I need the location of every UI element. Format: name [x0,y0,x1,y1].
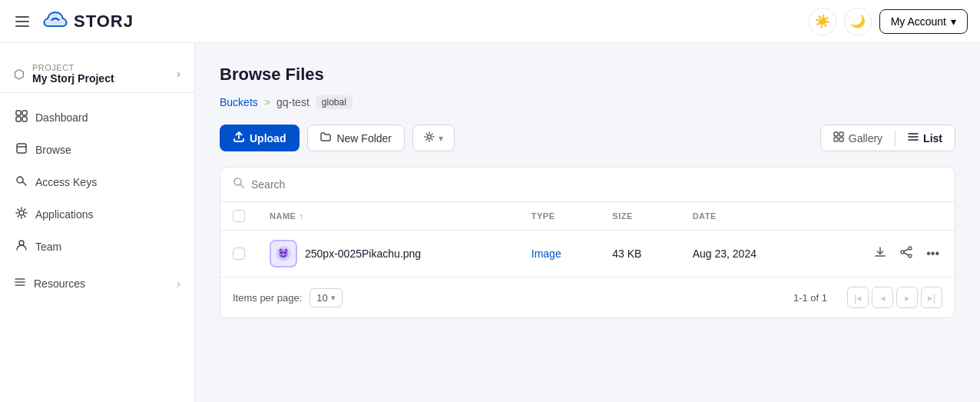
row-checkbox[interactable] [233,248,245,260]
view-toggle-group: Gallery List [820,125,955,151]
upload-button[interactable]: Upload [220,125,300,151]
sidebar-item-browse-label: Browse [35,144,71,156]
first-page-button[interactable]: |◂ [847,287,869,308]
topbar-right: ☀️ 🌙 My Account ▾ [809,8,968,35]
table-header: NAME ↑ TYPE SIZE DATE [220,202,955,231]
last-page-button[interactable]: ▸| [921,287,942,308]
sidebar-item-team-label: Team [35,241,61,253]
per-page-select[interactable]: 10 ▾ [310,288,342,307]
sidebar-item-access-keys-label: Access Keys [35,176,97,188]
svg-rect-12 [839,138,843,141]
row-actions-cell: ••• [812,231,955,277]
theme-light-button[interactable]: ☀️ [809,8,836,35]
new-folder-button[interactable]: New Folder [307,125,405,151]
sidebar-item-dashboard[interactable]: Dashboard [6,102,188,133]
name-sort-button[interactable]: NAME ↑ [270,211,507,221]
layout: ⬡ Project My Storj Project › Dashboard B… [0,0,980,402]
sidebar-item-dashboard-label: Dashboard [35,111,88,124]
svg-point-5 [17,177,23,183]
table-row: 250px-0025Pikachu.png Image 43 KB Aug 23… [220,231,955,277]
sidebar-item-access-keys[interactable]: Access Keys [6,167,188,198]
sidebar: ⬡ Project My Storj Project › Dashboard B… [0,43,195,402]
sidebar-item-applications[interactable]: Applications [6,199,188,230]
breadcrumb: Buckets > gq-test global [220,95,955,109]
gallery-icon [833,131,844,145]
row-checkbox-cell [220,231,257,277]
next-page-button[interactable]: ▸ [896,287,918,308]
row-size-cell: 43 KB [600,231,680,277]
moon-icon: 🌙 [850,14,866,28]
sidebar-project-name: My Storj Project [32,72,114,85]
share-button[interactable] [897,243,915,264]
gallery-view-button[interactable]: Gallery [821,125,895,151]
theme-dark-button[interactable]: 🌙 [844,8,872,35]
logo-text: STORJ [74,12,134,32]
my-account-label: My Account [891,15,946,28]
file-table: NAME ↑ TYPE SIZE DATE [220,202,955,277]
header-actions-col [812,202,955,231]
breadcrumb-buckets[interactable]: Buckets [220,96,258,108]
breadcrumb-location-badge: global [316,95,353,109]
search-input[interactable] [251,178,942,191]
sidebar-item-applications-label: Applications [35,208,94,221]
more-actions-button[interactable]: ••• [923,244,942,264]
items-per-page-label: Items per page: [233,292,302,304]
header-type-col: TYPE [519,202,601,231]
upload-icon [233,131,244,145]
svg-rect-9 [834,132,838,136]
project-icon: ⬡ [14,67,25,81]
resources-chevron-right-icon: › [177,277,180,290]
prev-page-button[interactable]: ◂ [872,287,893,308]
file-info: 250px-0025Pikachu.png [270,240,507,267]
svg-point-20 [909,254,912,257]
per-page-value: 10 [316,292,327,304]
header-checkbox-col [220,202,257,231]
settings-button[interactable]: ▾ [412,125,455,151]
svg-point-7 [19,241,24,245]
team-icon [15,239,28,254]
svg-rect-10 [839,132,843,136]
row-type-cell: Image [519,231,601,277]
folder-icon [320,131,331,145]
sidebar-item-team[interactable]: Team [6,231,188,262]
search-icon [233,177,245,192]
list-label: List [923,132,942,145]
sidebar-item-resources[interactable]: Resources › [0,268,194,298]
applications-icon [15,207,28,222]
browse-icon [15,142,28,158]
download-button[interactable] [871,243,889,264]
upload-label: Upload [250,132,286,145]
settings-chevron-icon: ▾ [439,133,443,144]
file-thumbnail-inner [273,244,293,264]
svg-point-8 [428,135,432,139]
sidebar-item-browse[interactable]: Browse [6,135,188,165]
sidebar-project-details: Project My Storj Project [32,63,114,85]
per-page-chevron-icon: ▾ [331,293,336,303]
resources-icon [14,276,26,291]
dashboard-icon [15,110,28,125]
file-thumbnail [270,240,297,267]
header-name-col[interactable]: NAME ↑ [257,202,519,231]
my-account-button[interactable]: My Account ▾ [879,9,968,34]
chevron-right-icon: › [177,68,180,80]
page-range: 1-1 of 1 [793,292,827,304]
select-all-checkbox[interactable] [233,210,245,222]
sidebar-resources-left: Resources [14,276,85,291]
sidebar-project-label: Project [32,63,114,72]
access-keys-icon [15,174,28,190]
topbar-left: STORJ [12,9,134,33]
svg-rect-1 [22,111,27,115]
sun-icon: ☀️ [815,14,830,28]
gear-icon [424,131,435,145]
sidebar-project-selector[interactable]: ⬡ Project My Storj Project › [0,55,194,93]
file-name: 250px-0025Pikachu.png [305,248,421,260]
page-title: Browse Files [220,65,955,85]
list-icon [908,131,919,145]
sidebar-project-info: ⬡ Project My Storj Project [14,63,114,85]
col-name-label: NAME [270,211,296,221]
sidebar-resources-label: Resources [34,277,85,290]
list-view-button[interactable]: List [896,125,955,151]
hamburger-button[interactable] [12,13,32,30]
row-actions: ••• [824,243,942,264]
logo[interactable]: STORJ [41,9,134,33]
